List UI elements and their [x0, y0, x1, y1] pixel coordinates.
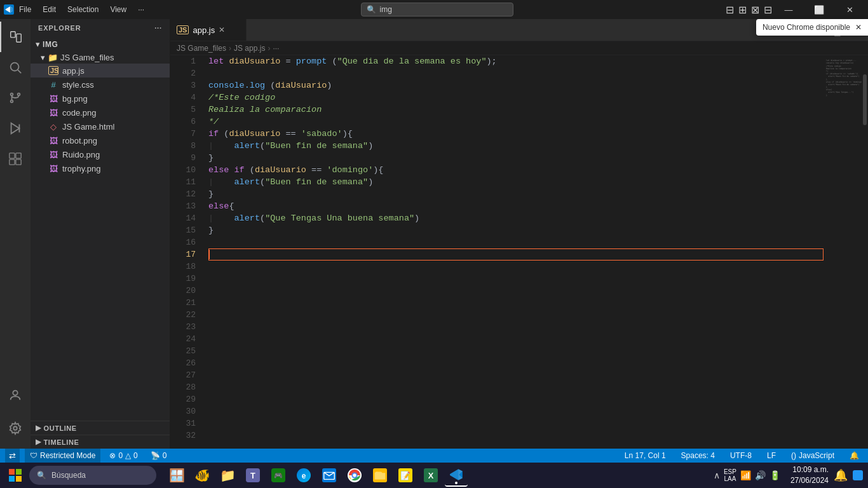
layout-icon-3[interactable]: ⊠ — [750, 4, 760, 15]
close-button[interactable]: ✕ — [835, 0, 864, 19]
restricted-mode-button[interactable]: 🛡 Restricted Mode — [25, 449, 100, 463]
taskbar-app-fish[interactable]: 🐠 — [191, 464, 214, 487]
folder-img-label[interactable]: ▾ IMG — [31, 38, 170, 50]
file-ruido-png[interactable]: 🖼 Ruido.png — [31, 147, 170, 161]
taskbar-app-mail[interactable] — [318, 464, 341, 487]
ln-14: 14 — [170, 212, 196, 224]
activity-bar-settings[interactable] — [0, 413, 31, 444]
activity-bar-extensions[interactable] — [0, 144, 31, 174]
taskbar-app-vscode[interactable] — [445, 464, 468, 487]
tab-app-js[interactable]: JS app.js ✕ — [170, 19, 247, 41]
file-trophy-png[interactable]: 🖼 trophy.png — [31, 161, 170, 175]
start-button[interactable] — [5, 465, 25, 485]
ln-3: 3 — [170, 79, 196, 92]
chrome-notification-close[interactable]: ✕ — [855, 23, 862, 32]
code-content[interactable]: let diaUsuario = prompt ("Que dia de la … — [202, 55, 824, 449]
code-line-28 — [208, 381, 824, 393]
taskbar-app-files[interactable]: 🪟 — [165, 464, 188, 487]
taskbar-app-folder[interactable]: 📁 — [216, 464, 239, 487]
minimize-button[interactable]: — — [774, 0, 803, 19]
tray-sublang: LAA — [724, 475, 736, 482]
taskbar-app-notes[interactable]: 📝 — [394, 464, 417, 487]
notifications-button[interactable]: 🔔 — [846, 449, 863, 463]
language-button[interactable]: () JavaScript — [787, 449, 838, 463]
layout-icon-2[interactable]: ⊞ — [737, 4, 747, 15]
windows-show-desktop[interactable] — [853, 470, 863, 480]
file-ruido-png-name: Ruido.png — [62, 150, 100, 159]
encoding-label: UTF-8 — [730, 451, 752, 460]
menu-selection[interactable]: Selection — [62, 4, 104, 15]
sidebar-header: EXPLORER ··· — [31, 19, 170, 37]
code-editor[interactable]: 1 2 3 4 5 6 7 8 9 10 11 12 13 14 15 16 1… — [170, 55, 868, 449]
taskbar-search-box[interactable]: 🔍 Búsqueda — [29, 466, 156, 485]
tab-close-button[interactable]: ✕ — [219, 25, 225, 34]
vertical-scrollbar[interactable] — [862, 55, 868, 449]
taskbar-app-chrome[interactable] — [343, 464, 366, 487]
menu-file[interactable]: File — [14, 4, 36, 15]
png-file-icon-robot: 🖼 — [48, 136, 58, 146]
wifi-icon[interactable]: 📶 — [740, 470, 751, 480]
spaces-button[interactable]: Spaces: 4 — [677, 449, 719, 463]
file-robot-png[interactable]: 🖼 robot.png — [31, 133, 170, 147]
timeline-header[interactable]: ▶ TIMELINE — [31, 435, 170, 449]
folder-js-game-label[interactable]: ▾ 📁 JS Game_files — [31, 51, 170, 64]
tray-chevron[interactable]: ∧ — [714, 470, 720, 480]
language-tray[interactable]: ESP LAA — [724, 468, 736, 482]
file-code-png[interactable]: 🖼 code.png — [31, 105, 170, 119]
taskbar-app-xbox[interactable]: 🎮 — [267, 464, 290, 487]
ln-21: 21 — [170, 297, 196, 309]
code-line-24 — [208, 333, 824, 345]
eol-button[interactable]: LF — [763, 449, 780, 463]
sidebar-header-icons[interactable]: ··· — [154, 24, 162, 32]
breadcrumb-folder: JS Game_files — [177, 44, 226, 53]
activity-bar-scm[interactable] — [0, 83, 31, 113]
titlebar-search: 🔍 img — [149, 3, 724, 17]
scrollbar-thumb[interactable] — [863, 74, 867, 125]
file-app-js[interactable]: JS app.js — [31, 64, 170, 78]
encoding-button[interactable]: UTF-8 — [726, 449, 756, 463]
svg-text:e: e — [302, 471, 306, 480]
errors-button[interactable]: ⊗ 0 △ 0 — [105, 449, 141, 463]
breadcrumb: JS Game_files › JS app.js › ··· — [170, 41, 868, 55]
code-line-25 — [208, 345, 824, 357]
shield-icon: 🛡 — [30, 451, 37, 460]
remote-icon-button[interactable]: ⇄ — [5, 449, 20, 463]
outline-header[interactable]: ▶ OUTLINE — [31, 421, 170, 435]
outline-label: OUTLINE — [44, 424, 77, 432]
menu-view[interactable]: View — [105, 4, 132, 15]
taskbar-app-excel[interactable]: X — [419, 464, 442, 487]
no-problems-button[interactable]: 📡 0 — [147, 449, 171, 463]
svg-point-31 — [353, 473, 356, 477]
png-file-icon-ruido: 🖼 — [48, 150, 58, 159]
code-line-8: | alert("Buen fin de semana") — [208, 140, 824, 152]
activity-bar-search[interactable] — [0, 52, 31, 83]
activity-bar-explorer[interactable] — [0, 22, 31, 52]
file-bg-png[interactable]: 🖼 bg.png — [31, 92, 170, 105]
menu-more[interactable]: ··· — [133, 4, 149, 15]
layout-icons: ⊟ ⊞ ⊠ ⊟ — [724, 4, 773, 15]
ln-15: 15 — [170, 224, 196, 236]
layout-icon-1[interactable]: ⊟ — [724, 4, 735, 15]
ln-11: 11 — [170, 176, 196, 188]
menu-edit[interactable]: Edit — [37, 4, 61, 15]
speaker-icon[interactable]: 🔊 — [755, 470, 766, 480]
battery-icon[interactable]: 🔋 — [770, 470, 780, 480]
file-style-css[interactable]: # style.css — [31, 78, 170, 92]
activity-bar-run[interactable] — [0, 113, 31, 144]
taskbar-app-teams[interactable]: T — [241, 464, 264, 487]
tab-app-js-label: app.js — [193, 25, 215, 35]
taskbar-clock[interactable]: 10:09 a.m. 27/06/2024 — [790, 464, 829, 486]
svg-point-4 — [11, 93, 13, 96]
titlebar-search-box[interactable]: 🔍 img — [361, 3, 513, 17]
taskbar-app-explorer[interactable] — [369, 464, 391, 487]
chrome-notification-text: Nuevo Chrome disponible — [763, 23, 850, 32]
maximize-button[interactable]: ⬜ — [804, 0, 834, 19]
ln-7: 7 — [170, 128, 196, 140]
activity-bar-account[interactable] — [0, 380, 31, 410]
svg-rect-10 — [10, 153, 15, 158]
taskbar-app-edge[interactable]: e — [292, 464, 315, 487]
cursor-position-button[interactable]: Ln 17, Col 1 — [621, 449, 670, 463]
notification-button[interactable]: 🔔 — [834, 468, 848, 482]
layout-icon-4[interactable]: ⊟ — [763, 4, 773, 15]
file-js-game-html[interactable]: ◇ JS Game.html — [31, 119, 170, 133]
